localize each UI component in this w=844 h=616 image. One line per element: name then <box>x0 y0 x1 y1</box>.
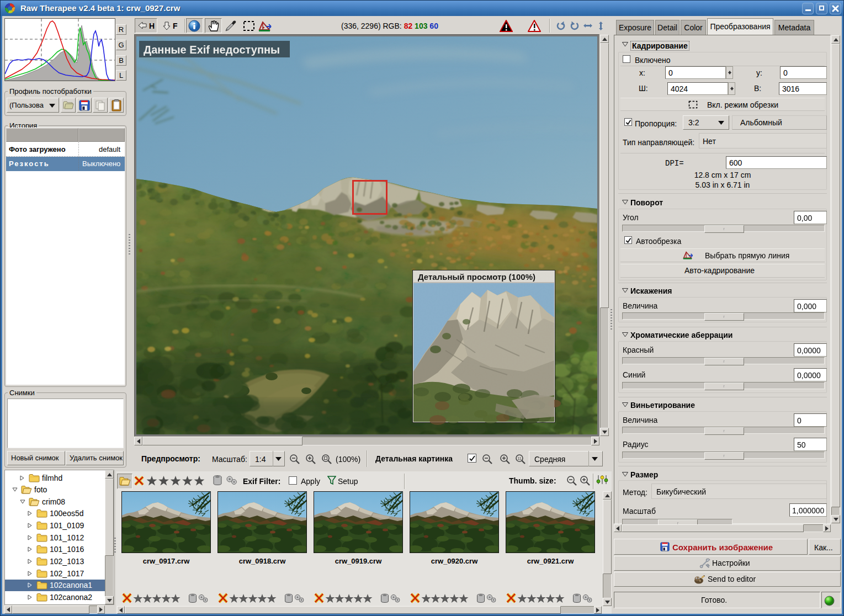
svg-text:11: 11 <box>518 456 522 460</box>
